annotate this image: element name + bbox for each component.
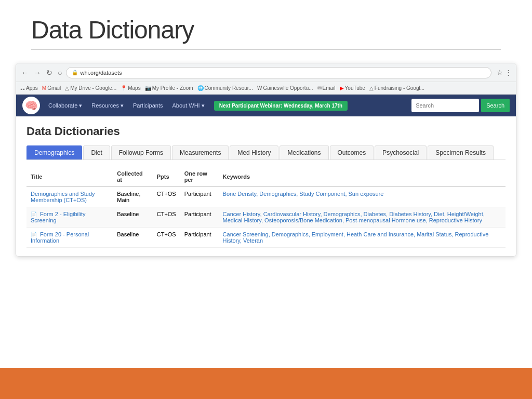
bookmark-fundraising[interactable]: △ Fundraising - Googl...: [369, 85, 424, 91]
row2-title-link[interactable]: Form 2 - Eligibility Screening: [31, 211, 85, 223]
bookmark-youtube[interactable]: ▶ YouTube: [340, 85, 365, 91]
bookmark-community-label: Community Resour...: [205, 85, 253, 91]
resources-menu[interactable]: Resources ▾: [87, 100, 128, 111]
whi-search-area: Search: [411, 99, 510, 112]
row1-title-link[interactable]: Demographics and Study Membership (CT+OS…: [31, 191, 95, 203]
tab-medications[interactable]: Medications: [280, 145, 328, 159]
bookmark-drive-label: My Drive - Google...: [70, 85, 116, 91]
bookmark-maps[interactable]: 📍 Maps: [121, 85, 140, 91]
tab-outcomes[interactable]: Outcomes: [330, 145, 374, 159]
whi-logo-icon: 🧠: [25, 99, 38, 112]
browser-chrome: ← → ↻ ○ 🔒 whi.org/datasets ☆ ⋮: [16, 63, 516, 82]
bookmark-youtube-label: YouTube: [345, 85, 365, 91]
whi-nav-links: Collaborate ▾ Resources ▾ Participants A…: [44, 100, 411, 111]
gainesville-icon: W: [257, 85, 262, 91]
file-icon: 📄: [31, 232, 37, 237]
url-text: whi.org/datasets: [80, 70, 122, 76]
ssl-icon: 🔒: [72, 70, 78, 75]
browser-action-buttons: ☆ ⋮: [497, 69, 512, 76]
table-row: 📄 Form 2 - Eligibility Screening Baselin…: [26, 207, 506, 228]
bookmark-zoom-label: My Profile - Zoom: [152, 85, 193, 91]
col-keywords: Keywords: [219, 167, 506, 187]
row3-ppts: CT+OS: [153, 228, 180, 248]
row3-title-link[interactable]: Form 20 - Personal Information: [31, 231, 89, 244]
bookmark-gmail[interactable]: M Gmail: [42, 85, 61, 91]
browser-window: ← → ↻ ○ 🔒 whi.org/datasets ☆ ⋮ ⚏ Apps M …: [16, 63, 516, 257]
forward-button[interactable]: →: [33, 69, 42, 77]
fundraising-icon: △: [369, 85, 374, 91]
tabs-container: Demographics Diet Followup Forms Measure…: [26, 145, 506, 160]
tab-demographics[interactable]: Demographics: [26, 145, 82, 159]
back-button[interactable]: ←: [20, 69, 30, 77]
row2-one-row-per: Participant: [180, 207, 219, 228]
row1-collected-at: Baseline, Main: [113, 187, 152, 207]
email-icon: ✉: [317, 85, 322, 91]
data-table: Title Collected at Ppts One row per Keyw…: [26, 167, 506, 248]
whi-logo[interactable]: 🧠: [22, 97, 40, 114]
tab-measurements[interactable]: Measurements: [172, 145, 229, 159]
row2-keywords: Cancer History, Cardiovascular History, …: [219, 207, 506, 228]
gmail-icon: M: [42, 85, 46, 91]
bookmark-email-label: Email: [323, 85, 336, 91]
bottom-bar: [0, 368, 532, 399]
bookmark-drive[interactable]: △ My Drive - Google...: [65, 85, 116, 91]
table-row: Demographics and Study Membership (CT+OS…: [26, 187, 506, 207]
community-icon: 🌐: [197, 85, 204, 91]
row2-collected-at: Baseline: [113, 207, 152, 228]
search-button[interactable]: Search: [481, 99, 510, 112]
bookmark-community[interactable]: 🌐 Community Resour...: [197, 85, 253, 91]
row1-ppts: CT+OS: [153, 187, 180, 207]
webinar-banner[interactable]: Next Participant Webinar: Wednesday, Mar…: [214, 101, 348, 111]
tab-specimen-results[interactable]: Specimen Results: [428, 145, 494, 159]
col-one-row-per: One row per: [180, 167, 219, 187]
title-divider: [31, 49, 501, 50]
tab-diet[interactable]: Diet: [83, 145, 110, 159]
menu-icon[interactable]: ⋮: [505, 69, 512, 76]
bookmark-gainesville[interactable]: W Gainesville Opportu...: [257, 85, 313, 91]
row2-ppts: CT+OS: [153, 207, 180, 228]
star-icon[interactable]: ☆: [497, 69, 503, 76]
col-collected-at: Collected at: [113, 167, 152, 187]
search-input[interactable]: [411, 99, 479, 112]
apps-icon: ⚏: [20, 85, 25, 91]
page-heading: Data Dictionaries: [26, 125, 506, 138]
tab-followup-forms[interactable]: Followup Forms: [111, 145, 171, 159]
whi-navbar: 🧠 Collaborate ▾ Resources ▾ Participants…: [16, 95, 516, 116]
url-bar[interactable]: 🔒 whi.org/datasets: [66, 67, 491, 78]
bookmark-apps-label: Apps: [26, 85, 38, 91]
bookmark-gmail-label: Gmail: [47, 85, 61, 91]
bookmarks-bar: ⚏ Apps M Gmail △ My Drive - Google... 📍 …: [16, 82, 516, 95]
bookmark-zoom[interactable]: 📷 My Profile - Zoom: [145, 85, 193, 91]
row3-one-row-per: Participant: [180, 228, 219, 248]
col-ppts: Ppts: [153, 167, 180, 187]
home-button[interactable]: ○: [57, 69, 63, 77]
page-title: Data Dictionary: [31, 16, 501, 44]
tab-med-history[interactable]: Med History: [230, 145, 278, 159]
drive-icon: △: [65, 85, 69, 91]
file-icon: 📄: [31, 211, 37, 217]
about-whi-menu[interactable]: About WHI ▾: [168, 100, 208, 111]
row3-collected-at: Baseline: [113, 228, 152, 248]
bookmark-apps[interactable]: ⚏ Apps: [20, 85, 38, 91]
tab-psychosocial[interactable]: Psychosocial: [375, 145, 427, 159]
bookmark-fundraising-label: Fundraising - Googl...: [375, 85, 424, 91]
row1-keywords: Bone Density, Demographics, Study Compon…: [219, 187, 506, 207]
bookmark-gainesville-label: Gainesville Opportu...: [263, 85, 313, 91]
zoom-icon: 📷: [145, 85, 151, 91]
collaborate-menu[interactable]: Collaborate ▾: [44, 100, 86, 111]
refresh-button[interactable]: ↻: [45, 69, 54, 77]
page-content: Data Dictionaries Demographics Diet Foll…: [16, 116, 516, 256]
bookmark-maps-label: Maps: [128, 85, 140, 91]
maps-icon: 📍: [121, 85, 127, 91]
col-title: Title: [26, 167, 113, 187]
participants-link[interactable]: Participants: [129, 100, 167, 111]
youtube-icon: ▶: [340, 85, 344, 91]
row1-one-row-per: Participant: [180, 187, 219, 207]
row3-keywords: Cancer Screening, Demographics, Employme…: [219, 228, 506, 248]
bookmark-email[interactable]: ✉ Email: [317, 85, 336, 91]
table-row: 📄 Form 20 - Personal Information Baselin…: [26, 228, 506, 248]
